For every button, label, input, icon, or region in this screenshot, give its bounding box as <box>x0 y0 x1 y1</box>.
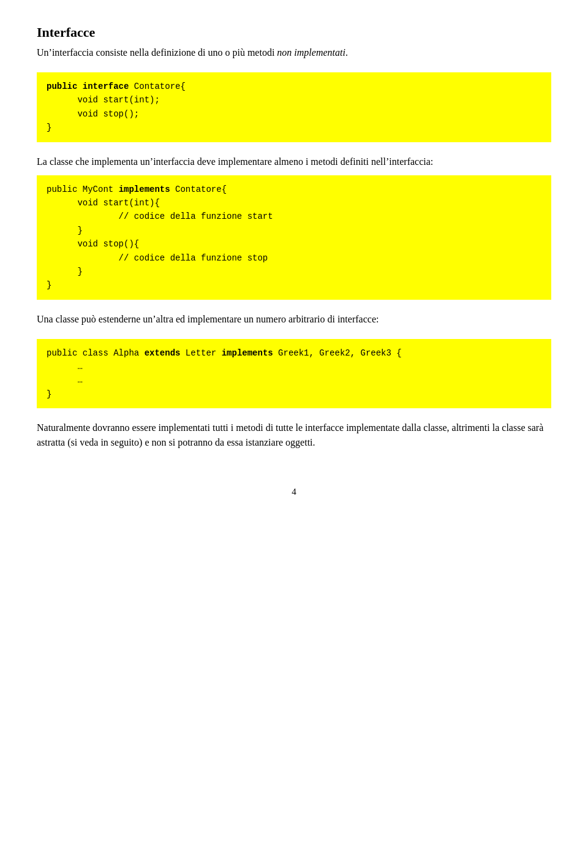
intro-text-after: . <box>345 47 348 58</box>
paragraph-2: Una classe può estenderne un’altra ed im… <box>37 312 551 327</box>
code-block-3: public class Alpha extends Letter implem… <box>37 339 551 409</box>
code-block-2: public MyCont implements Contatore{ void… <box>37 175 551 300</box>
code-block-1: public interface Contatore{ void start(i… <box>37 72 551 142</box>
paragraph-1: La classe che implementa un’interfaccia … <box>37 154 551 169</box>
page-number: 4 <box>37 487 551 497</box>
intro-text-before: Un’interfaccia consiste nella definizion… <box>37 47 277 58</box>
intro-italic: non implementati <box>277 47 345 58</box>
intro-paragraph: Un’interfaccia consiste nella definizion… <box>37 45 551 60</box>
page-title: Interfacce <box>37 25 551 40</box>
paragraph-3: Naturalmente dovranno essere implementat… <box>37 421 551 450</box>
